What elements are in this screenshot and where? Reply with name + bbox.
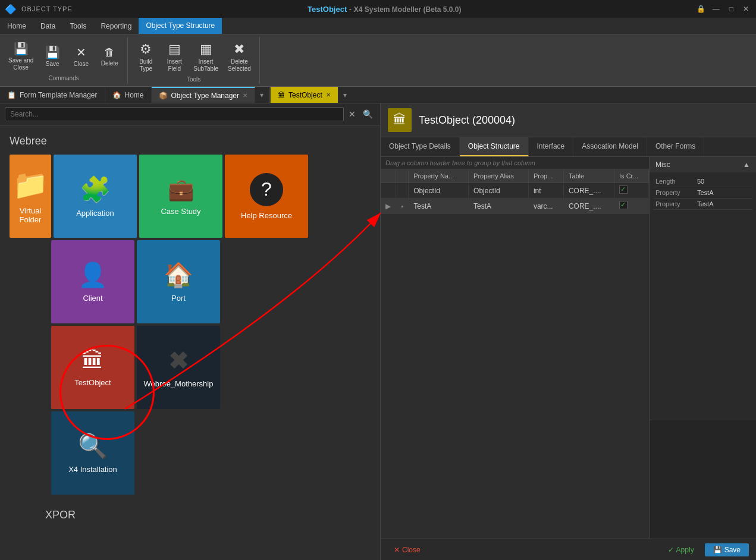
object-type-details-label: Object Type Details (389, 142, 451, 150)
save-button-bottom[interactable]: 💾 Save (705, 543, 749, 556)
delete-selected-button[interactable]: ✖ Delete Selected (224, 39, 255, 75)
maximize-btn[interactable]: □ (727, 5, 736, 13)
insert-subtable-icon: ▦ (200, 42, 212, 57)
left-panel: ✕ 🔍 Webree 📁 Virtual Folder (0, 103, 381, 560)
test-object-grid-icon: 🏛 (81, 348, 104, 373)
object-structure-label: Object Structure (468, 142, 520, 150)
tile-case-study[interactable]: 💼 Case Study (139, 155, 222, 238)
client-label: Client (83, 294, 102, 303)
col-table[interactable]: Table (563, 169, 614, 183)
tile-test-object[interactable]: 🏛 TestObject (51, 326, 134, 409)
table-row[interactable]: ObjectId ObjectId int CORE_.... (381, 183, 649, 199)
close-btn[interactable]: ✕ (741, 5, 751, 13)
app-icon: 🔷 (5, 4, 17, 15)
col-property-alias[interactable]: Property Alias (469, 169, 529, 183)
tab-interface[interactable]: Interface (529, 137, 574, 156)
menu-bar: Home Data Tools Reporting Object Type St… (0, 18, 756, 34)
delete-button[interactable]: 🗑 Delete (96, 44, 123, 70)
search-clear-button[interactable]: ✕ (346, 108, 358, 120)
menu-data[interactable]: Data (33, 18, 62, 34)
insert-subtable-button[interactable]: ▦ Insert SubTable (190, 39, 222, 75)
table-cell-2: CORE_.... (563, 199, 614, 214)
drag-hint: Drag a column header here to group by th… (381, 157, 649, 169)
tab-test-object[interactable]: 🏛 TestObject ✕ (271, 87, 338, 103)
tab-object-type-details[interactable]: Object Type Details (381, 137, 460, 156)
expand-cell (381, 183, 396, 199)
menu-object-type-structure[interactable]: Object Type Structure (139, 18, 222, 34)
search-input[interactable] (5, 107, 344, 121)
lock-icon[interactable]: 🔒 (697, 5, 705, 13)
tab-overflow[interactable]: ▾ (255, 87, 268, 103)
misc-row-property-1: Property TestA (653, 187, 752, 199)
build-type-button[interactable]: ⚙ Build Type (133, 39, 159, 75)
save-button[interactable]: 💾 Save (39, 43, 65, 70)
tab-object-structure[interactable]: Object Structure (460, 137, 529, 156)
misc-row-length: Length 50 (653, 176, 752, 187)
tab-object-type-manager[interactable]: 📦 Object Type Manager ✕ (152, 87, 256, 103)
misc-title: Misc (655, 161, 670, 169)
search-execute-button[interactable]: 🔍 (360, 108, 375, 120)
grid-row-3: 🏛 TestObject ✖ Webree_Mothership (51, 326, 371, 409)
ribbon: 💾 Save and Close 💾 Save ✕ Close 🗑 Delete… (0, 34, 756, 87)
tab-form-template-manager[interactable]: 📋 Form Template Manager (0, 87, 105, 103)
ribbon-commands-buttons: 💾 Save and Close 💾 Save ✕ Close 🗑 Delete (5, 39, 123, 74)
table-row[interactable]: ▶ ▪ TestA TestA varc... CORE_.... (381, 199, 649, 214)
save-and-close-button[interactable]: 💾 Save and Close (5, 39, 37, 74)
tile-help-resource[interactable]: ? Help Resource (225, 155, 308, 238)
misc-property-1-value: TestA (697, 189, 750, 196)
misc-body: Length 50 Property TestA Property TestA (650, 172, 756, 420)
main-area: ✕ 🔍 Webree 📁 Virtual Folder (0, 103, 756, 560)
tab-other-forms[interactable]: Other Forms (647, 137, 704, 156)
xpor-title: XPOR (45, 509, 371, 521)
case-study-label: Case Study (161, 207, 200, 216)
test-object-tab-icon: 🏛 (278, 91, 285, 99)
tile-port[interactable]: 🏠 Port (137, 240, 220, 323)
title-bar-controls[interactable]: 🔒 — □ ✕ (697, 5, 751, 13)
col-prop[interactable]: Prop... (528, 169, 563, 183)
menu-reporting[interactable]: Reporting (93, 18, 139, 34)
minimize-btn[interactable]: — (710, 5, 722, 13)
misc-length-value: 50 (697, 178, 750, 185)
misc-collapse-icon[interactable]: ▲ (743, 161, 750, 169)
col-is-cr[interactable]: Is Cr... (614, 169, 649, 183)
title-bar: 🔷 OBJECT TYPE TestObject - X4 System Mod… (0, 0, 756, 18)
x4-installation-icon: 🔍 (78, 432, 108, 460)
menu-tools[interactable]: Tools (62, 18, 93, 34)
tile-client[interactable]: 👤 Client (51, 240, 134, 323)
object-type-icon: 📦 (159, 92, 168, 100)
right-tab-overflow[interactable]: ▾ (338, 87, 352, 103)
tile-virtual-folder[interactable]: 📁 Virtual Folder (10, 155, 51, 238)
object-type-close-icon[interactable]: ✕ (243, 92, 247, 99)
tools-group-label: Tools (187, 76, 200, 83)
tile-x4-installation[interactable]: 🔍 X4 Installation (51, 411, 134, 495)
close-button-bottom[interactable]: ✕ Close (388, 543, 426, 556)
close-button[interactable]: ✕ Close (68, 43, 94, 70)
commands-group-label: Commands (49, 75, 79, 81)
tile-webree-mothership[interactable]: ✖ Webree_Mothership (137, 326, 220, 409)
ribbon-tools-buttons: ⚙ Build Type ▤ Insert Field ▦ Insert Sub… (133, 39, 255, 75)
test-object-close-icon[interactable]: ✕ (326, 92, 331, 98)
menu-home[interactable]: Home (0, 18, 33, 34)
tab-home[interactable]: 🏠 Home (105, 87, 152, 103)
object-main: Drag a column header here to group by th… (381, 157, 649, 539)
misc-property-2-label: Property (655, 200, 697, 207)
indicator-cell (396, 183, 409, 199)
apply-button[interactable]: ✓ Apply (662, 543, 700, 556)
application-label: Application (76, 209, 114, 218)
xpor-section: XPOR (45, 509, 371, 528)
application-icon: 🧩 (80, 175, 111, 204)
tile-application[interactable]: 🧩 Application (54, 155, 137, 238)
ribbon-tools-group: ⚙ Build Type ▤ Insert Field ▦ Insert Sub… (128, 37, 260, 84)
save-and-close-icon: 💾 (14, 42, 29, 56)
help-resource-label: Help Resource (241, 211, 292, 220)
insert-field-button[interactable]: ▤ Insert Field (161, 39, 187, 75)
grid-area: Webree 📁 Virtual Folder 🧩 Application (0, 125, 380, 560)
col-property-name[interactable]: Property Na... (409, 169, 469, 183)
grid-row-2: 👤 Client 🏠 Port (51, 240, 371, 323)
object-type-label: Object Type Manager (171, 92, 240, 100)
webree-title: Webree (10, 135, 371, 147)
expand-cell-2[interactable]: ▶ (381, 199, 396, 214)
prop-cell-2: varc... (528, 199, 563, 214)
tab-association-model[interactable]: Assocation Model (573, 137, 647, 156)
bottom-bar: ✕ Close ✓ Apply 💾 Save (381, 539, 756, 560)
